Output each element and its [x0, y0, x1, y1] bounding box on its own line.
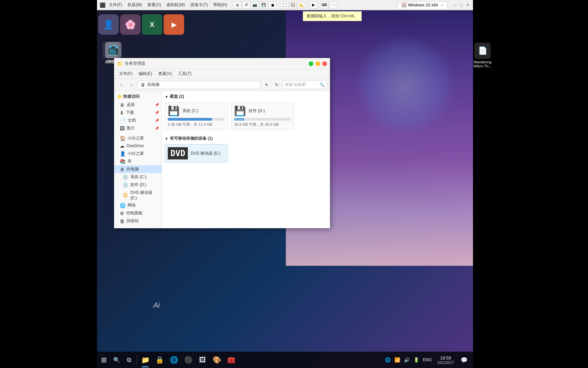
sidebar-pictures-icon: 🖼 [120, 126, 125, 131]
vbox-toolbar-terminal[interactable]: ▶ [309, 1, 317, 9]
taskbar-edge[interactable]: 🌐 [167, 352, 181, 368]
taskbar-file-manager[interactable]: 📁 [138, 352, 152, 368]
taskbar-date: 2021/8/27 [437, 361, 454, 365]
desktop-top-apps: 👤 🌸 X ▶ [97, 13, 185, 36]
vbox-toolbar-seamless[interactable]: 🪟 [289, 1, 297, 9]
file-explorer-window: 📁 任务管理器 文件(F) 编辑(E) 查看(V) 工具(T) ‹ › 🖥 此电… [114, 58, 330, 228]
nav-dropdown-btn[interactable]: ▾ [262, 81, 271, 89]
vbox-tab-close[interactable]: ✕ [441, 3, 443, 7]
sidebar-item-pictures[interactable]: 🖼 图片 📌 [114, 124, 162, 132]
vbox-menu-tabs[interactable]: 选项卡(T) [188, 1, 210, 9]
app-player[interactable]: ▶ [164, 14, 184, 35]
sidebar-item-control-panel[interactable]: ⚙ 控制面板 [114, 209, 162, 217]
vbox-menu-help[interactable]: 帮助(H) [211, 1, 229, 9]
explorer-body: ⭐ 快速访问 🖥 桌面 📌 ⬇ 下载 📌 📄 文档 📌 🖼 图片 📌 [114, 91, 330, 228]
nav-back-btn[interactable]: ‹ [117, 81, 125, 89]
vbox-toolbar-more[interactable]: ⋯ [329, 1, 337, 9]
sidebar-item-desktop[interactable]: 🖥 桌面 📌 [114, 101, 162, 109]
taskbar-photoshop[interactable]: 🎨 [210, 352, 224, 368]
app-xiaobai[interactable]: 👤 [98, 14, 119, 35]
explorer-menubar: 文件(F) 编辑(E) 查看(V) 工具(T) [114, 69, 330, 79]
wallpaper-detail [354, 34, 456, 136]
taskbar-tools[interactable]: 🧰 [224, 352, 238, 368]
vbox-menu-file[interactable]: 文件(F) [107, 1, 124, 9]
taskbar-gallery[interactable]: 🖼 [195, 352, 210, 368]
explorer-close-btn[interactable] [322, 61, 327, 66]
sidebar-recycle-icon: 🗑 [120, 218, 125, 224]
explorer-menu-tools[interactable]: 工具(T) [175, 70, 194, 78]
vbox-maximize-btn[interactable]: □ [459, 2, 464, 8]
sidebar-downloads-icon: ⬇ [120, 110, 124, 116]
taskbar-notifications[interactable]: 💬 [458, 352, 470, 368]
sidebar-item-d-drive[interactable]: 💿 软件 (D:) [114, 181, 162, 189]
sidebar-item-network[interactable]: 🌐 网络 [114, 201, 162, 209]
desktop-icon-witch[interactable]: 📄 Wandering Witch-Th... [469, 43, 496, 68]
sidebar-item-xiaobai[interactable]: 🏠 小白之家 [114, 134, 162, 142]
drive-c[interactable]: 💾 系统 (C:) 2.36 GB 可用，共 11.0 GB [165, 102, 228, 130]
vbox-toolbar-reset[interactable]: ↺ [242, 1, 250, 9]
sidebar-item-c-drive[interactable]: 💿 系统 (C:) [114, 173, 162, 181]
taskbar-media[interactable]: ⚫ [181, 352, 195, 368]
sidebar-item-downloads[interactable]: ⬇ 下载 📌 [114, 109, 162, 117]
sidebar-xiaobai-icon: 🏠 [120, 136, 126, 141]
explorer-menu-view[interactable]: 查看(V) [156, 70, 175, 78]
sidebar-item-e-drive[interactable]: 📀 DVD 驱动器 (E:) [114, 189, 162, 201]
taskbar-search-btn[interactable]: 🔍 [111, 352, 123, 368]
explorer-maximize-btn[interactable] [309, 61, 313, 66]
app-excel[interactable]: X [142, 14, 162, 35]
sidebar-item-recycle[interactable]: 🗑 回收站 [114, 217, 162, 225]
app-pink[interactable]: 🌸 [120, 14, 141, 35]
sidebar-item-documents[interactable]: 📄 文档 📌 [114, 117, 162, 124]
vbox-close-btn[interactable]: ✕ [465, 2, 470, 8]
taskbar-security[interactable]: 🔒 [152, 352, 167, 368]
left-desktop-icons: 🖥 此电脑 🌐 网络 🗑 回收站 ⚙ 控制面板 📺 咪哩哩 [97, 39, 124, 45]
nav-forward-btn[interactable]: › [127, 81, 135, 89]
vbox-toolbar-capture[interactable]: 📷 [251, 1, 259, 9]
drive-c-bar-bg [168, 118, 225, 121]
windows-taskbar: ⊞ 🔍 ⧉ 📁 🔒 🌐 ⚫ 🖼 🎨 🧰 🌐 📶 🔊 🔋 ENG 18:59 20… [97, 352, 473, 368]
sidebar-item-library[interactable]: 📚 库 [114, 157, 162, 165]
dvd-grid: DVD DVD 驱动器 (E:) [165, 144, 327, 163]
explorer-menu-edit[interactable]: 编辑(E) [136, 70, 155, 78]
drives-grid: 💾 系统 (C:) 2.36 GB 可用，共 11.0 GB 💾 软件 (D:) [165, 102, 327, 130]
explorer-menu-file[interactable]: 文件(F) [116, 70, 135, 78]
vbox-toolbar-pause[interactable]: ⏸ [233, 1, 241, 9]
address-bar[interactable]: 🖥 此电脑 [137, 81, 260, 89]
removable-section-header: ▼ 有可移动存储的设备 (1) [165, 136, 327, 141]
vbox-menu-vm[interactable]: 虚拟机(M) [164, 1, 187, 9]
vbox-minimize-btn[interactable]: ─ [453, 2, 458, 8]
taskbar-bluetooth-icon[interactable]: 📶 [393, 352, 401, 368]
vbox-toolbar-fullscreen[interactable]: ⛶ [280, 1, 288, 9]
removable-toggle[interactable]: ▼ [165, 137, 168, 141]
explorer-minimize-btn[interactable] [315, 61, 320, 66]
sidebar-pin-desktop: 📌 [155, 103, 159, 107]
sidebar-quick-access-header[interactable]: ⭐ 快速访问 [114, 92, 162, 101]
dvd-drive[interactable]: DVD DVD 驱动器 (E:) [165, 144, 228, 163]
vbox-toolbar-input[interactable]: ⌨ [320, 1, 328, 9]
drive-c-info: 2.36 GB 可用，共 11.0 GB [168, 122, 225, 127]
vbox-toolbar-close[interactable]: ⏹ [268, 1, 277, 9]
sidebar-item-xbzj[interactable]: 👤 小白之家 [114, 150, 162, 157]
taskbar-network-icon[interactable]: 🌐 [383, 352, 392, 368]
nav-refresh-btn[interactable]: ↻ [273, 81, 281, 89]
vbox-toolbar-scaled[interactable]: 📐 [298, 1, 306, 9]
taskbar-clock[interactable]: 18:59 2021/8/27 [435, 355, 457, 365]
taskbar-language[interactable]: ENG [422, 357, 433, 362]
hard-disk-toggle[interactable]: ▼ [165, 95, 168, 99]
taskbar-sound-icon[interactable]: 🔊 [403, 352, 411, 368]
sidebar-xbzj-icon: 👤 [120, 151, 126, 156]
vbox-toolbar-save[interactable]: 💾 [260, 1, 268, 9]
vbox-vm-tab[interactable]: 🪟 Windows 10 x64 ✕ [398, 1, 447, 9]
taskbar-separator [136, 355, 137, 365]
taskbar-task-view[interactable]: ⧉ [123, 352, 135, 368]
search-bar[interactable]: 搜索"此电脑" 🔍 [283, 81, 327, 89]
sidebar-item-this-pc[interactable]: 🖥 此电脑 [114, 165, 162, 173]
start-button[interactable]: ⊞ [97, 352, 111, 368]
drive-d-bar-fill [234, 118, 244, 121]
vbox-menu-machine[interactable]: 机器(M) [126, 1, 144, 9]
drive-d[interactable]: 💾 软件 (D:) 16.9 GB 可用，共 20.5 GB [231, 102, 294, 130]
vbox-menu-view[interactable]: 查看(V) [145, 1, 163, 9]
explorer-titlebar: 📁 任务管理器 [114, 58, 330, 69]
taskbar-battery-icon[interactable]: 🔋 [412, 352, 420, 368]
sidebar-item-onedrive[interactable]: ☁ OneDrive [114, 142, 162, 150]
